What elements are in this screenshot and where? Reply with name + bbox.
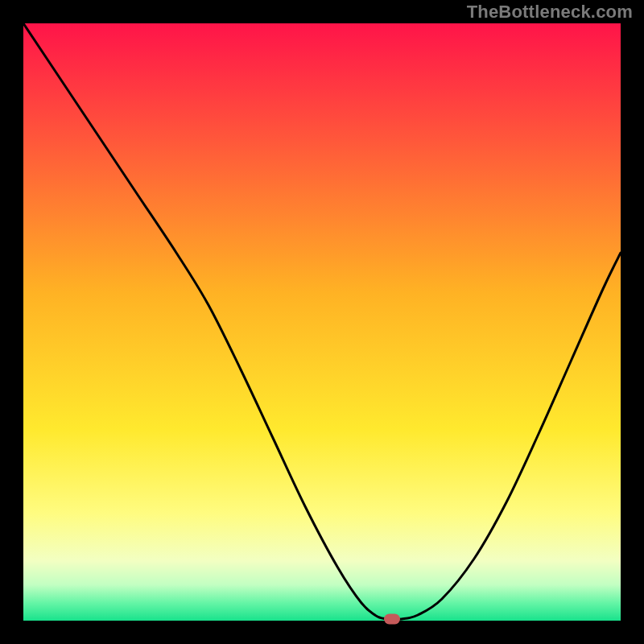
chart-frame: TheBottleneck.com <box>0 0 644 644</box>
plot-area <box>23 23 621 621</box>
chart-svg <box>23 23 621 621</box>
minimum-marker <box>384 614 400 625</box>
gradient-background <box>23 23 621 621</box>
watermark-text: TheBottleneck.com <box>467 2 633 23</box>
